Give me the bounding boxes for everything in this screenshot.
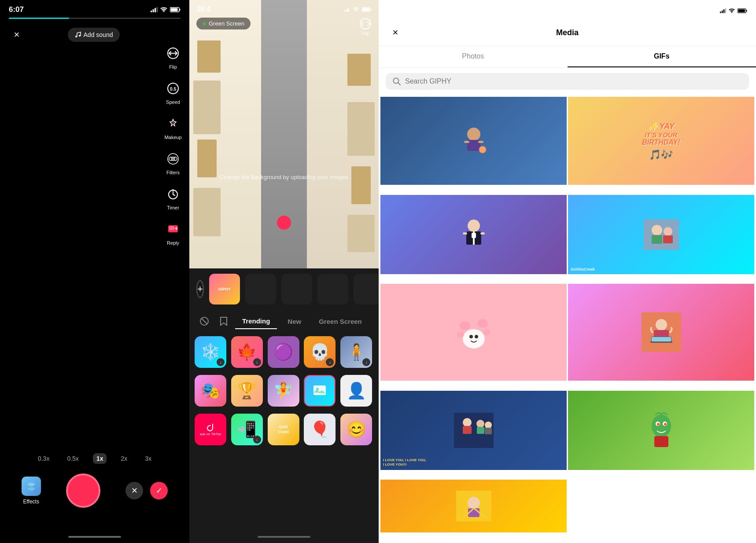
right-building <box>299 0 379 268</box>
svg-point-48 <box>467 128 480 141</box>
speed-1x[interactable]: 1x <box>93 453 107 464</box>
gs-flip-button[interactable]: Flip <box>359 18 372 36</box>
clock: 6:07 <box>9 5 24 14</box>
reply-label: Reply <box>167 240 179 246</box>
sticker-cell-3[interactable]: 🟣 <box>268 336 299 368</box>
sticker-cell-10[interactable]: 👤 <box>340 375 372 407</box>
elf-graphic <box>454 413 494 448</box>
media-tab-photos[interactable]: Photos <box>379 46 568 67</box>
speed-0.5x[interactable]: 0.5x <box>63 453 82 464</box>
speed-2x[interactable]: 2x <box>117 453 131 464</box>
record-button[interactable] <box>66 473 100 508</box>
svg-rect-1 <box>153 9 154 12</box>
progress-fill <box>9 18 69 19</box>
sticker-cell-6[interactable]: 🎭 <box>195 375 226 407</box>
sticker-tab-trending[interactable]: Trending <box>235 314 277 329</box>
green-screen-badge[interactable]: Green Screen <box>196 18 251 29</box>
timer-label: Timer <box>167 205 179 210</box>
sticker-slot-4[interactable] <box>354 274 379 305</box>
download-badge-2: ↓ <box>253 358 261 366</box>
media-tab-gifs[interactable]: GIFs <box>568 46 756 67</box>
svg-rect-27 <box>346 9 347 11</box>
status-icons <box>151 7 181 12</box>
sticker-cell-2[interactable]: 🍁 ↓ <box>231 336 263 368</box>
giphy-sticker[interactable]: GIPHY <box>209 274 240 305</box>
sticker-emoji-15: 😊 <box>347 420 366 439</box>
sticker-panel: + GIPHY Trending New <box>189 268 379 543</box>
camera-right-tools: Flip 0.5 Speed Makeup <box>164 44 182 246</box>
effects-label: Effects <box>23 499 39 505</box>
search-giphy-input[interactable] <box>405 77 742 85</box>
sticker-cell-7[interactable]: 🏆 <box>231 375 263 407</box>
sticker-cell-12[interactable]: 📲 ↓ <box>231 414 263 445</box>
sticker-cell-8[interactable]: 🧚 <box>268 375 299 407</box>
sticker-cell-askon[interactable]: ask on TikTok <box>195 414 226 445</box>
sticker-cell-goldcoast[interactable]: GoldCoast <box>268 414 299 445</box>
filters-tool[interactable]: Filters <box>164 150 182 175</box>
close-button[interactable]: × <box>9 27 25 43</box>
sticker-cell-14[interactable]: 🎈 <box>304 414 336 445</box>
sticker-cell-5[interactable]: 🧍 ↓ <box>340 336 372 368</box>
balcony3 <box>347 102 375 156</box>
action-buttons: ✕ ✓ <box>125 482 168 499</box>
gif-tangled[interactable] <box>380 480 567 532</box>
media-status-content <box>387 7 747 13</box>
add-sound-button[interactable]: Add sound <box>68 28 120 42</box>
sticker-slot-1[interactable] <box>245 274 276 305</box>
speed-tool[interactable]: 0.5 Speed <box>164 79 182 105</box>
gif-woman-laptop[interactable] <box>568 284 754 381</box>
svg-rect-3 <box>157 7 158 12</box>
gif-cute-blob[interactable] <box>380 284 567 381</box>
birthday-its: IT'S YOUR <box>642 131 680 139</box>
sticker-cell-1[interactable]: ❄️ ↓ <box>195 336 226 368</box>
cute-blob-graphic <box>452 310 496 354</box>
gif-schitts[interactable]: SchittsCreek <box>568 195 754 274</box>
svg-point-9 <box>79 35 81 37</box>
sticker-ban-icon[interactable] <box>196 313 212 329</box>
status-bar: 6:07 <box>0 0 189 14</box>
gs-background-photo: 20:4 <box>189 0 379 268</box>
sticker-tab-new[interactable]: New <box>280 314 308 329</box>
media-panel: × Media Photos GIFs ✨ YAY <box>379 0 756 543</box>
balcony2 <box>193 188 221 236</box>
add-sticker-button[interactable]: + <box>196 280 204 298</box>
sticker-tab-greenscreen[interactable]: Green Screen <box>312 314 369 329</box>
flip-tool[interactable]: Flip <box>164 44 182 70</box>
gs-flip-icon <box>359 18 372 30</box>
speed-0.3x[interactable]: 0.3x <box>34 453 53 464</box>
gs-overlay-text: Change the Background by uploading your … <box>220 174 348 180</box>
battery-icon <box>170 7 181 12</box>
svg-point-4 <box>163 11 164 12</box>
sticker-cell-4[interactable]: 💀 ↓ <box>304 336 336 368</box>
svg-rect-79 <box>463 426 472 434</box>
gs-home-indicator <box>258 536 310 538</box>
reply-tool[interactable]: Reply <box>164 220 182 246</box>
effects-button[interactable]: Effects <box>22 477 41 505</box>
svg-rect-38 <box>720 11 721 13</box>
gif-basketball[interactable] <box>380 97 567 185</box>
sticker-slot-3[interactable] <box>317 274 348 305</box>
svg-rect-83 <box>485 428 492 434</box>
speed-3x[interactable]: 3x <box>141 453 155 464</box>
sticker-slot-2[interactable] <box>281 274 312 305</box>
confirm-button[interactable]: ✓ <box>150 482 168 499</box>
makeup-tool[interactable]: Makeup <box>164 114 182 140</box>
gif-grinch[interactable] <box>568 391 754 470</box>
sticker-grid-row3: ask on TikTok 📲 ↓ GoldCoast 🎈 😊 <box>189 410 379 449</box>
sticker-bookmark-icon[interactable] <box>216 313 232 329</box>
timer-icon: 3 <box>164 185 182 203</box>
sticker-cell-15[interactable]: 😊 <box>340 414 372 445</box>
progress-bar <box>9 18 181 19</box>
media-close-button[interactable]: × <box>387 25 403 40</box>
timer-tool[interactable]: 3 Timer <box>164 185 182 210</box>
sticker-grid-row2: 🎭 🏆 🧚 👤 <box>189 371 379 410</box>
cancel-button[interactable]: ✕ <box>125 482 143 499</box>
gif-birthday[interactable]: ✨ YAY IT'S YOUR BIRTHDAY! 🎵🎶 <box>568 97 754 185</box>
gif-man-tux[interactable] <box>380 195 567 274</box>
gif-elf[interactable]: I LOVE YOU, I LOVE YOU,I LOVE YOU!!! <box>380 391 567 470</box>
media-title: Media <box>556 28 579 37</box>
sticker-cell-9[interactable] <box>304 375 336 407</box>
gs-clock: 20:4 <box>196 5 210 13</box>
music-icon <box>75 32 81 38</box>
svg-rect-81 <box>477 427 484 434</box>
